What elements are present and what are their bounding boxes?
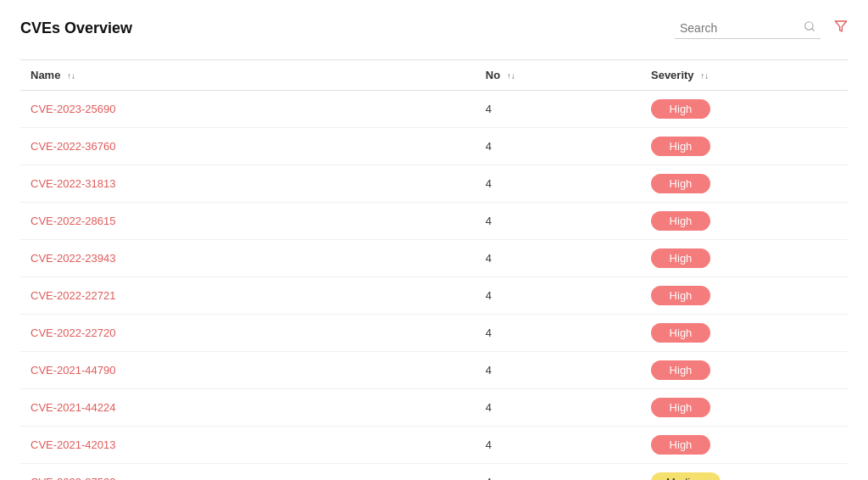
cell-severity: Medium [641, 464, 848, 481]
severity-badge: High [651, 435, 710, 455]
cell-name: CVE-2021-44224 [20, 389, 476, 427]
cell-name: CVE-2022-22720 [20, 315, 476, 352]
cell-no: 4 [476, 128, 641, 165]
page-container: CVEs Overview Name [0, 0, 868, 480]
table-row: CVE-2022-227204High [20, 315, 848, 352]
table-row: CVE-2021-447904High [20, 352, 848, 389]
search-container[interactable] [675, 17, 821, 39]
table-row: CVE-2021-420134High [20, 427, 848, 464]
cell-severity: High [641, 203, 848, 240]
cell-severity: High [641, 128, 848, 165]
svg-line-1 [812, 29, 815, 31]
table-row: CVE-2022-286154High [20, 203, 848, 240]
cell-no: 4 [476, 91, 641, 128]
search-icon [804, 20, 815, 35]
table-row: CVE-2023-275224Medium [20, 464, 848, 481]
page-title: CVEs Overview [20, 20, 132, 37]
severity-badge: High [651, 248, 710, 268]
cell-no: 4 [476, 352, 641, 389]
col-header-severity[interactable]: Severity ↑↓ [641, 60, 848, 91]
severity-badge: High [651, 286, 710, 305]
severity-badge: High [651, 99, 710, 119]
cve-table: Name ↑↓ No ↑↓ Severity ↑↓ CVE-2023-25690… [20, 59, 848, 480]
cve-link[interactable]: CVE-2023-25690 [31, 103, 115, 115]
cell-name: CVE-2022-28615 [20, 203, 476, 240]
cell-name: CVE-2022-23943 [20, 240, 476, 277]
cell-severity: High [641, 315, 848, 352]
table-row: CVE-2023-256904High [20, 91, 848, 128]
cell-name: CVE-2022-22721 [20, 277, 476, 315]
cve-link[interactable]: CVE-2022-23943 [31, 252, 115, 265]
cell-name: CVE-2023-27522 [20, 464, 476, 481]
sort-icon-name: ↑↓ [67, 71, 75, 81]
cell-severity: High [641, 389, 848, 427]
table-header-row: Name ↑↓ No ↑↓ Severity ↑↓ [20, 60, 848, 91]
cve-link[interactable]: CVE-2022-28615 [31, 215, 115, 227]
table-row: CVE-2022-318134High [20, 165, 848, 203]
filter-icon[interactable] [834, 20, 848, 36]
cell-no: 4 [476, 464, 641, 481]
cve-link[interactable]: CVE-2021-44790 [31, 364, 115, 377]
cve-link[interactable]: CVE-2022-31813 [31, 177, 115, 190]
cell-severity: High [641, 277, 848, 315]
cell-name: CVE-2021-44790 [20, 352, 476, 389]
severity-badge: High [651, 323, 710, 343]
table-row: CVE-2021-442244High [20, 389, 848, 427]
severity-badge: High [651, 174, 710, 193]
cve-link[interactable]: CVE-2021-42013 [31, 438, 115, 451]
cell-no: 4 [476, 315, 641, 352]
severity-badge: Medium [651, 472, 721, 480]
col-header-no[interactable]: No ↑↓ [476, 60, 641, 91]
cell-name: CVE-2022-31813 [20, 165, 476, 203]
cell-name: CVE-2023-25690 [20, 91, 476, 128]
cell-severity: High [641, 352, 848, 389]
cve-link[interactable]: CVE-2021-44224 [31, 401, 115, 414]
cve-link[interactable]: CVE-2023-27522 [31, 476, 115, 480]
cell-no: 4 [476, 277, 641, 315]
table-row: CVE-2022-367604High [20, 128, 848, 165]
cve-link[interactable]: CVE-2022-22720 [31, 327, 115, 339]
table-body: CVE-2023-256904HighCVE-2022-367604HighCV… [20, 91, 848, 481]
cell-severity: High [641, 91, 848, 128]
sort-icon-no: ↑↓ [507, 71, 515, 81]
cell-name: CVE-2021-42013 [20, 427, 476, 464]
cve-link[interactable]: CVE-2022-22721 [31, 289, 115, 302]
col-header-name[interactable]: Name ↑↓ [20, 60, 476, 91]
table-row: CVE-2022-227214High [20, 277, 848, 315]
cell-severity: High [641, 165, 848, 203]
cell-no: 4 [476, 389, 641, 427]
cell-no: 4 [476, 427, 641, 464]
cve-link[interactable]: CVE-2022-36760 [31, 140, 115, 153]
header: CVEs Overview [20, 17, 848, 39]
severity-badge: High [651, 398, 710, 417]
cell-no: 4 [476, 203, 641, 240]
severity-badge: High [651, 211, 710, 231]
cell-severity: High [641, 427, 848, 464]
severity-badge: High [651, 360, 710, 380]
cell-severity: High [641, 240, 848, 277]
severity-badge: High [651, 137, 710, 156]
svg-marker-2 [835, 21, 846, 31]
header-actions [675, 17, 848, 39]
sort-icon-severity: ↑↓ [700, 71, 709, 81]
cell-no: 4 [476, 240, 641, 277]
table-row: CVE-2022-239434High [20, 240, 848, 277]
table-header: Name ↑↓ No ↑↓ Severity ↑↓ [20, 60, 848, 91]
cell-name: CVE-2022-36760 [20, 128, 476, 165]
cell-no: 4 [476, 165, 641, 203]
search-input[interactable] [680, 21, 798, 35]
